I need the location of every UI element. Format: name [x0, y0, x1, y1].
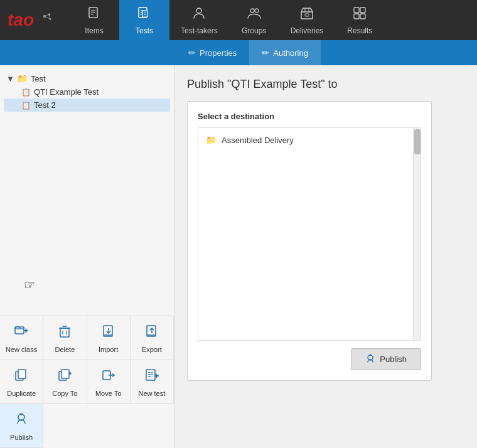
nav-items-label: Items [85, 26, 103, 35]
logo-text: tao [8, 10, 34, 30]
svg-line-5 [45, 16, 50, 19]
tree-item-test2-icon: 📋 [21, 101, 31, 110]
svg-rect-20 [301, 12, 313, 19]
authoring-icon: ✏ [262, 48, 269, 58]
properties-icon: ✏ [188, 48, 196, 58]
items-icon [87, 6, 102, 24]
svg-rect-24 [354, 8, 359, 13]
nav-tests-label: Tests [136, 26, 153, 35]
nav-deliveries-label: Deliveries [291, 26, 324, 35]
publish-title: Publish "QTI Example Test" to [187, 78, 464, 91]
tree-item-test2[interactable]: 📋 Test 2 [4, 99, 170, 112]
copy-to-icon [56, 367, 73, 387]
destination-label: Select a destination [198, 112, 421, 121]
export-label: Export [142, 346, 162, 353]
duplicate-icon [13, 367, 29, 387]
import-icon [100, 323, 117, 343]
tree-item-qti-label: QTI Example Test [34, 87, 99, 97]
action-grid: New class Delete Import Export [0, 316, 174, 448]
publish-btn-row: Publish [198, 348, 421, 370]
destination-folder-assembled[interactable]: 📁 Assembled Delivery [202, 132, 417, 148]
delete-button[interactable]: Delete [43, 316, 87, 360]
export-icon [144, 323, 160, 343]
test-takers-icon [191, 6, 206, 24]
tree-section: ▼ 📁 Test 📋 QTI Example Test 📋 Test 2 [0, 65, 174, 316]
publish-title-prefix: Publish " [187, 78, 231, 90]
publish-confirm-label: Publish [380, 355, 407, 364]
tree-item-qti-icon: 📋 [21, 88, 31, 97]
destination-panel: Select a destination 📁 Assembled Deliver… [187, 101, 432, 381]
nav-item-tests[interactable]: Tests [119, 0, 169, 40]
deliveries-icon [299, 6, 314, 24]
import-label: Import [99, 346, 118, 353]
groups-icon [247, 6, 262, 24]
main-layout: ▼ 📁 Test 📋 QTI Example Test 📋 Test 2 New… [0, 65, 477, 448]
destination-list-inner: 📁 Assembled Delivery [198, 128, 421, 152]
new-class-icon [13, 323, 29, 343]
new-test-icon [144, 367, 160, 387]
delete-icon [56, 323, 73, 343]
nav-item-deliveries[interactable]: Deliveries [279, 0, 335, 40]
sidebar: ▼ 📁 Test 📋 QTI Example Test 📋 Test 2 New… [0, 65, 174, 448]
publish-title-name: QTI Example Test [231, 78, 321, 90]
nav-items: Items Tests Test-takers Groups Deliverie… [69, 0, 477, 40]
duplicate-label: Duplicate [7, 390, 36, 397]
results-icon [352, 6, 367, 24]
nav-test-takers-label: Test-takers [181, 26, 218, 35]
svg-rect-23 [305, 14, 309, 16]
root-folder-icon: 📁 [17, 73, 28, 83]
publish-button[interactable]: Publish [0, 404, 43, 448]
tree-item-qti[interactable]: 📋 QTI Example Test [4, 85, 170, 99]
tree-root[interactable]: ▼ 📁 Test [4, 72, 170, 85]
publish-confirm-icon [365, 353, 375, 365]
nav-results-label: Results [347, 26, 372, 35]
nav-item-test-takers[interactable]: Test-takers [169, 0, 229, 40]
export-button[interactable]: Export [131, 316, 174, 360]
move-to-label: Move To [95, 390, 121, 397]
svg-point-17 [196, 8, 201, 13]
move-to-button[interactable]: Move To [87, 360, 131, 404]
new-class-label: New class [6, 346, 37, 353]
svg-rect-26 [354, 14, 359, 19]
svg-rect-45 [62, 370, 69, 378]
logo-icon [35, 11, 54, 29]
assembled-delivery-folder-icon: 📁 [206, 135, 217, 145]
tab-properties[interactable]: ✏ Properties [176, 40, 249, 65]
new-test-label: New test [138, 390, 165, 397]
tab-properties-label: Properties [200, 48, 237, 58]
copy-to-button[interactable]: Copy To [43, 360, 87, 404]
nav-item-results[interactable]: Results [335, 0, 385, 40]
sub-tabs: ✏ Properties ✏ Authoring [0, 40, 477, 65]
scrollbar-thumb [414, 129, 421, 154]
duplicate-button[interactable]: Duplicate [0, 360, 43, 404]
tree-item-test2-label: Test 2 [34, 100, 56, 110]
new-class-button[interactable]: New class [0, 316, 43, 360]
nav-groups-label: Groups [242, 26, 266, 35]
svg-rect-31 [60, 328, 69, 337]
svg-point-18 [250, 9, 254, 13]
svg-rect-27 [360, 14, 365, 19]
move-to-icon [100, 367, 117, 387]
nav-item-groups[interactable]: Groups [229, 0, 279, 40]
svg-rect-43 [18, 370, 26, 378]
publish-title-suffix: " to [321, 78, 337, 90]
top-navigation: tao Items Tests Test-takers [0, 0, 477, 40]
svg-rect-14 [142, 11, 147, 17]
tab-authoring[interactable]: ✏ Authoring [249, 40, 321, 65]
import-button[interactable]: Import [87, 316, 131, 360]
nav-item-items[interactable]: Items [69, 0, 119, 40]
assembled-delivery-label: Assembled Delivery [222, 136, 294, 145]
destination-scrollbar[interactable] [413, 128, 421, 340]
destination-list: 📁 Assembled Delivery [198, 127, 421, 341]
tree-toggle-icon: ▼ [6, 74, 14, 83]
content-area: Publish "QTI Example Test" to Select a d… [174, 65, 477, 448]
publish-confirm-button[interactable]: Publish [351, 348, 421, 370]
svg-rect-25 [360, 8, 365, 13]
new-test-button[interactable]: New test [131, 360, 174, 404]
tab-authoring-label: Authoring [273, 48, 308, 58]
publish-action-label: Publish [10, 434, 33, 441]
tests-icon [137, 6, 152, 24]
delete-label: Delete [55, 346, 75, 353]
svg-point-19 [255, 9, 259, 13]
copy-to-label: Copy To [52, 390, 77, 397]
